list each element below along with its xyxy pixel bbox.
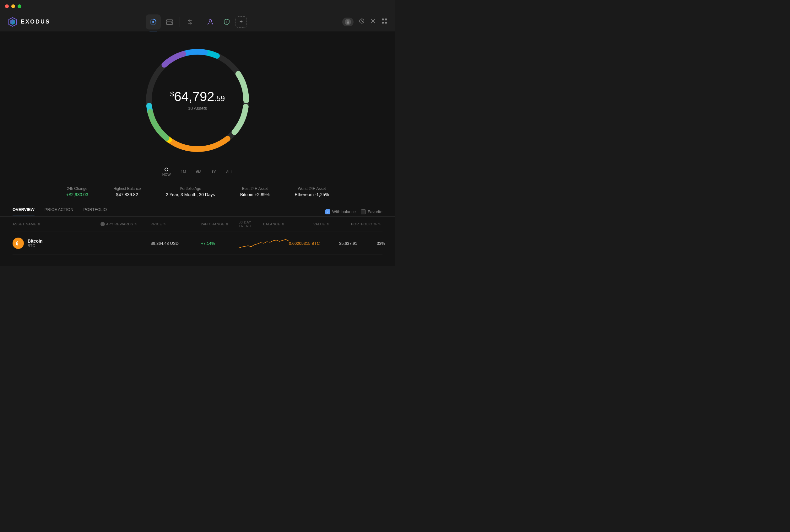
bitcoin-value: $5,637.91 bbox=[339, 241, 377, 246]
header-30-day-trend: 30 DAY TREND bbox=[239, 220, 263, 228]
timeline-1m[interactable]: 1M bbox=[181, 170, 186, 174]
svg-text:₿: ₿ bbox=[16, 241, 18, 246]
portfolio-total: $64,792.59 bbox=[170, 90, 225, 103]
header-apy-rewards[interactable]: ? APY REWARDS ⇅ bbox=[100, 220, 151, 228]
asset-info-bitcoin: ₿ Bitcoin BTC bbox=[13, 238, 100, 249]
nav-exchange[interactable] bbox=[183, 15, 198, 30]
stat-best-asset: Best 24H Asset Bitcoin +2.89% bbox=[240, 186, 270, 197]
bitcoin-icon: ₿ bbox=[13, 238, 24, 249]
favorite-checkbox[interactable] bbox=[361, 209, 366, 214]
header-24h-change-label: 24H CHANGE bbox=[201, 222, 225, 226]
header-24h-change[interactable]: 24H CHANGE ⇅ bbox=[201, 220, 239, 228]
tab-overview[interactable]: OVERVIEW bbox=[13, 207, 35, 216]
timeline: NOW 1M 6M 1Y ALL bbox=[162, 165, 233, 179]
asset-count: 10 Assets bbox=[170, 106, 225, 111]
bitcoin-24h-change: +7.14% bbox=[201, 241, 239, 246]
svg-rect-14 bbox=[385, 22, 387, 23]
sort-24h-icon: ⇅ bbox=[226, 223, 229, 226]
stat-portfolio-age: Portfolio Age 2 Year, 3 Month, 30 Days bbox=[166, 186, 215, 197]
sort-apy-icon: ⇅ bbox=[134, 223, 137, 226]
lock-icon bbox=[345, 19, 351, 25]
stat-highest-balance-value: $47,839.82 bbox=[113, 192, 141, 197]
stat-best-asset-value: Bitcoin +2.89% bbox=[240, 192, 270, 197]
sort-balance-icon: ⇅ bbox=[282, 223, 284, 226]
header-balance-label: BALANCE bbox=[263, 222, 280, 226]
header-asset-name-label: ASSET NAME bbox=[13, 222, 36, 226]
nav-add-button[interactable]: + bbox=[236, 16, 247, 27]
header-asset-name[interactable]: ASSET NAME ⇅ bbox=[13, 220, 100, 228]
header-30-day-trend-label: 30 DAY TREND bbox=[239, 220, 263, 228]
stat-highest-balance-label: Highest Balance bbox=[113, 186, 141, 191]
settings-icon[interactable] bbox=[370, 18, 376, 26]
svg-rect-8 bbox=[347, 22, 349, 23]
nav-earn[interactable]: + bbox=[219, 15, 234, 30]
bitcoin-portfolio-pct: 33% bbox=[377, 241, 395, 246]
timeline-now[interactable]: NOW bbox=[162, 168, 171, 176]
nav-portfolio[interactable] bbox=[146, 15, 161, 30]
title-bar bbox=[0, 0, 395, 13]
apy-info-icon[interactable]: ? bbox=[100, 222, 105, 226]
nav-divider bbox=[180, 17, 180, 27]
main-content: $64,792.59 10 Assets NOW 1M 6M 1Y ALL 24… bbox=[0, 32, 395, 266]
timeline-dot-circle bbox=[165, 168, 168, 171]
minimize-button[interactable] bbox=[11, 4, 15, 8]
bitcoin-price: $9,364.48 USD bbox=[151, 241, 201, 246]
logo-text: EXODUS bbox=[21, 19, 50, 25]
timeline-6m[interactable]: 6M bbox=[196, 170, 201, 174]
stat-portfolio-age-value: 2 Year, 3 Month, 30 Days bbox=[166, 192, 215, 197]
filter-favorite[interactable]: Favorite bbox=[361, 209, 382, 214]
header-portfolio-pct[interactable]: PORTFOLIO % ⇅ bbox=[351, 220, 382, 228]
svg-marker-1 bbox=[11, 19, 15, 25]
sort-price-icon: ⇅ bbox=[163, 223, 166, 226]
tab-portfolio[interactable]: PORTFOLIO bbox=[83, 207, 107, 216]
bitcoin-name-group: Bitcoin BTC bbox=[27, 239, 42, 248]
stat-worst-asset-label: Worst 24H Asset bbox=[295, 186, 329, 191]
svg-point-3 bbox=[152, 21, 154, 23]
tabs-right-filters: With balance Favorite bbox=[325, 209, 382, 214]
with-balance-checkbox[interactable] bbox=[325, 209, 330, 214]
header-price-label: PRICE bbox=[151, 222, 162, 226]
sort-asset-name-icon: ⇅ bbox=[38, 223, 40, 226]
stat-worst-asset: Worst 24H Asset Ethereum -1,25% bbox=[295, 186, 329, 197]
header: EXODUS bbox=[0, 13, 395, 32]
sort-portfolio-icon: ⇅ bbox=[378, 223, 381, 226]
tab-price-action[interactable]: PRICE ACTION bbox=[44, 207, 74, 216]
header-balance[interactable]: BALANCE ⇅ bbox=[263, 220, 313, 228]
stats-row: 24h Change +$2,930.03 Highest Balance $4… bbox=[53, 186, 341, 197]
maximize-button[interactable] bbox=[18, 4, 21, 8]
plus-icon: + bbox=[240, 19, 243, 25]
logo: EXODUS bbox=[7, 17, 50, 27]
stat-24h-change: 24h Change +$2,930.03 bbox=[66, 186, 88, 197]
bitcoin-balance: 0.60205315 BTC bbox=[289, 241, 339, 246]
nav-wallet[interactable] bbox=[162, 15, 177, 30]
grid-icon[interactable] bbox=[381, 18, 388, 26]
svg-rect-5 bbox=[166, 21, 173, 22]
stat-24h-change-label: 24h Change bbox=[66, 186, 88, 191]
tabs: OVERVIEW PRICE ACTION PORTFOLIO With bal… bbox=[13, 207, 382, 216]
header-apy-rewards-label: APY REWARDS bbox=[106, 222, 133, 226]
timeline-now-label: NOW bbox=[162, 173, 171, 176]
lock-toggle[interactable] bbox=[342, 18, 354, 26]
nav-divider-2 bbox=[200, 17, 200, 27]
bitcoin-ticker: BTC bbox=[27, 244, 42, 248]
header-price[interactable]: PRICE ⇅ bbox=[151, 220, 201, 228]
with-balance-label: With balance bbox=[332, 209, 356, 214]
timeline-all[interactable]: ALL bbox=[226, 170, 233, 174]
svg-point-6 bbox=[209, 19, 212, 22]
svg-text:+: + bbox=[226, 21, 228, 23]
svg-rect-12 bbox=[385, 19, 387, 20]
asset-table: ASSET NAME ⇅ ? APY REWARDS ⇅ PRICE ⇅ 24H… bbox=[0, 216, 395, 255]
currency-symbol: $ bbox=[170, 90, 174, 98]
nav-nft[interactable] bbox=[203, 15, 218, 30]
svg-rect-13 bbox=[382, 22, 384, 23]
header-value[interactable]: VALUE ⇅ bbox=[313, 220, 351, 228]
header-portfolio-pct-label: PORTFOLIO % bbox=[351, 222, 377, 226]
svg-rect-11 bbox=[382, 19, 384, 20]
history-icon[interactable] bbox=[359, 18, 365, 26]
filter-with-balance[interactable]: With balance bbox=[325, 209, 356, 214]
stat-highest-balance: Highest Balance $47,839.82 bbox=[113, 186, 141, 197]
close-button[interactable] bbox=[5, 4, 9, 8]
stat-best-asset-label: Best 24H Asset bbox=[240, 186, 270, 191]
timeline-1y[interactable]: 1Y bbox=[211, 170, 216, 174]
table-row[interactable]: ₿ Bitcoin BTC $9,364.48 USD +7.14% bbox=[13, 232, 382, 255]
